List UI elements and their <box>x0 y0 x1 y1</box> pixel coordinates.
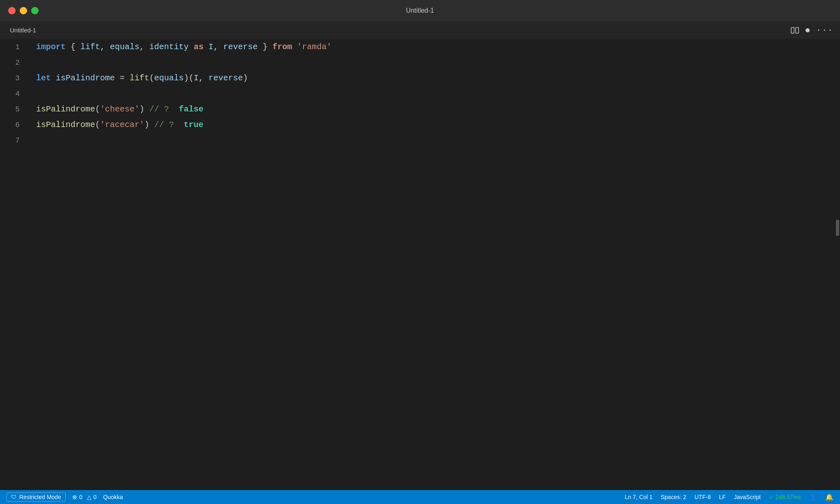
close-button[interactable] <box>8 7 16 14</box>
code-token: isPalindrome <box>36 104 95 114</box>
code-token <box>51 73 56 83</box>
timing: ✓ 248.57ms <box>769 494 801 500</box>
window-title: Untitled-1 <box>406 7 434 14</box>
code-token: equals <box>154 73 184 83</box>
code-token: equals <box>110 42 139 52</box>
code-token: I <box>208 42 213 52</box>
unsaved-indicator <box>806 28 810 32</box>
error-icon: ⊗ <box>72 494 77 500</box>
code-token: isPalindrome <box>56 73 115 83</box>
code-token: let <box>36 73 51 83</box>
code-token: 'cheese' <box>100 104 139 114</box>
quokka-status[interactable]: Quokka <box>103 494 123 500</box>
cursor-position[interactable]: Ln 7, Col 1 <box>625 494 653 500</box>
code-token: isPalindrome <box>36 120 95 129</box>
restricted-mode-label: Restricted Mode <box>19 494 61 500</box>
split-editor-button[interactable] <box>791 27 799 34</box>
scrollbar[interactable] <box>835 39 840 490</box>
title-bar: Untitled-1 <box>0 0 840 21</box>
error-count[interactable]: ⊗ 0 △ 0 <box>72 494 97 500</box>
warning-icon: △ <box>87 494 91 500</box>
minimize-button[interactable] <box>20 7 27 14</box>
code-token: } <box>258 42 272 52</box>
line-number: 2 <box>0 55 30 70</box>
code-token: false <box>179 104 203 114</box>
code-token: ( <box>149 73 154 83</box>
line-number: 5 <box>0 102 30 117</box>
line-content[interactable]: import { lift, equals, identity as I, re… <box>30 39 331 55</box>
code-token: , <box>139 42 149 52</box>
code-token: ) <box>243 73 248 83</box>
svg-rect-0 <box>791 27 794 33</box>
tab-bar: Untitled-1 ··· <box>0 21 840 39</box>
code-token: // ? <box>149 104 179 114</box>
code-token: reverse <box>208 73 243 83</box>
status-bar: 🛡 Restricted Mode ⊗ 0 △ 0 Quokka Ln 7, C… <box>0 490 840 504</box>
code-token: identity <box>149 42 189 52</box>
line-content[interactable]: isPalindrome('racecar') // ? true <box>30 117 203 133</box>
code-token: , <box>199 73 208 83</box>
notification-icon[interactable]: 🔔 <box>825 493 833 501</box>
code-token: ( <box>95 104 100 114</box>
table-row: 4 <box>0 86 840 102</box>
maximize-button[interactable] <box>31 7 39 14</box>
code-token: , <box>213 42 223 52</box>
editor-container: 1import { lift, equals, identity as I, r… <box>0 39 840 490</box>
code-token: 'ramda' <box>297 42 331 52</box>
code-token: from <box>272 42 292 52</box>
warning-number: 0 <box>94 494 97 500</box>
table-row: 2 <box>0 55 840 70</box>
line-number: 7 <box>0 133 30 148</box>
code-token <box>203 42 208 52</box>
line-number: 4 <box>0 86 30 102</box>
code-token: { <box>66 42 80 52</box>
line-content[interactable]: let isPalindrome = lift(equals)(I, rever… <box>30 70 248 86</box>
table-row: 7 <box>0 133 840 148</box>
table-row: 3let isPalindrome = lift(equals)(I, reve… <box>0 70 840 86</box>
table-row: 6isPalindrome('racecar') // ? true <box>0 117 840 133</box>
line-number: 3 <box>0 70 30 86</box>
code-token <box>292 42 297 52</box>
line-ending[interactable]: LF <box>719 494 726 500</box>
code-token: import <box>36 42 66 52</box>
quokka-label: Quokka <box>103 494 123 500</box>
code-token: ) <box>144 120 154 129</box>
language-mode[interactable]: JavaScript <box>734 494 760 500</box>
line-number: 1 <box>0 39 30 55</box>
code-token: // ? <box>154 120 184 129</box>
code-token: )( <box>184 73 194 83</box>
indentation[interactable]: Spaces: 2 <box>661 494 686 500</box>
svg-rect-1 <box>796 27 799 33</box>
code-token: ( <box>95 120 100 129</box>
code-token: , <box>100 42 110 52</box>
table-row: 5isPalindrome('cheese') // ? false <box>0 102 840 117</box>
traffic-lights <box>8 7 39 14</box>
code-token: ) <box>139 104 149 114</box>
code-editor[interactable]: 1import { lift, equals, identity as I, r… <box>0 39 840 490</box>
encoding[interactable]: UTF-8 <box>694 494 711 500</box>
status-left: 🛡 Restricted Mode ⊗ 0 △ 0 Quokka <box>7 493 625 502</box>
tab-untitled[interactable]: Untitled-1 <box>7 25 39 35</box>
code-token: reverse <box>223 42 258 52</box>
code-token: lift <box>80 42 100 52</box>
code-token: 'racecar' <box>100 120 144 129</box>
code-token: as <box>194 42 203 52</box>
code-token: true <box>184 120 203 129</box>
more-actions-button[interactable]: ··· <box>816 25 833 35</box>
code-token: lift <box>130 73 149 83</box>
status-right: Ln 7, Col 1 Spaces: 2 UTF-8 LF JavaScrip… <box>625 493 833 501</box>
table-row: 1import { lift, equals, identity as I, r… <box>0 39 840 55</box>
code-token <box>189 42 194 52</box>
line-number: 6 <box>0 117 30 133</box>
scrollbar-thumb[interactable] <box>836 220 839 236</box>
code-token: I <box>194 73 199 83</box>
shield-icon: 🛡 <box>11 494 17 500</box>
line-content[interactable]: isPalindrome('cheese') // ? false <box>30 102 203 117</box>
restricted-mode[interactable]: 🛡 Restricted Mode <box>7 493 66 502</box>
code-token: = <box>115 73 130 83</box>
person-icon[interactable]: 👤 <box>809 493 817 501</box>
error-number: 0 <box>79 494 82 500</box>
